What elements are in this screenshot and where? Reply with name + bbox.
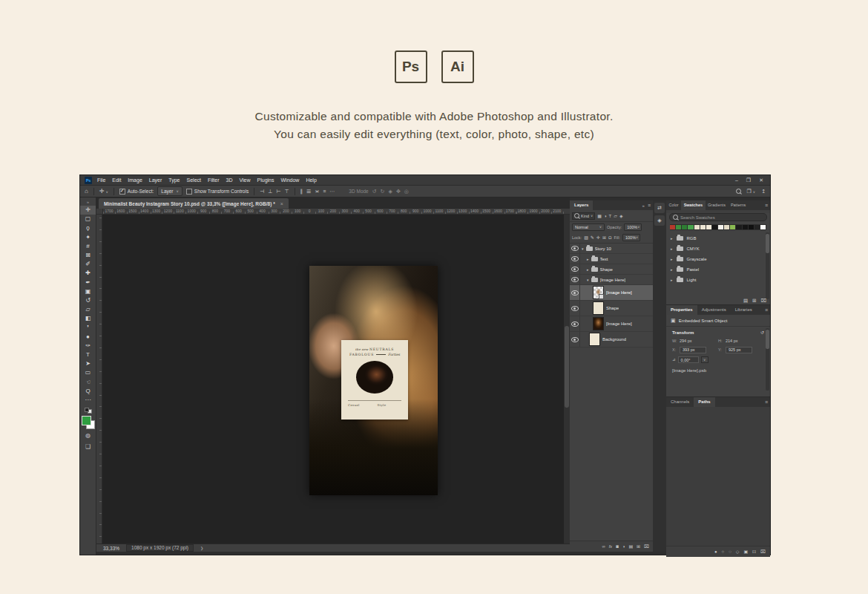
visibility-toggle[interactable]: [570, 332, 580, 347]
share-icon[interactable]: [761, 189, 766, 194]
angle-input[interactable]: 0,00°: [678, 356, 699, 363]
lock-artboard-icon[interactable]: [602, 235, 606, 240]
visibility-toggle[interactable]: [570, 244, 580, 253]
status-chevron-icon[interactable]: [200, 546, 203, 551]
color-swatch[interactable]: [670, 224, 676, 230]
reset-transform-icon[interactable]: [760, 330, 764, 335]
color-swatch[interactable]: [760, 224, 766, 230]
search-swatches-input[interactable]: [680, 215, 763, 220]
tool-clone-stamp[interactable]: ▣: [80, 287, 96, 296]
filter-type-icon[interactable]: [609, 214, 612, 218]
layer-row-shape[interactable]: Shape: [570, 301, 653, 316]
expander-closed-icon[interactable]: [671, 236, 673, 241]
color-swatch[interactable]: [718, 224, 724, 230]
menu-3d[interactable]: 3D: [226, 177, 233, 183]
default-colors-icon[interactable]: [85, 408, 92, 414]
document-tab[interactable]: Minimalist Beauty Instagram Story 10.psd…: [99, 198, 289, 209]
layer-style-icon[interactable]: [609, 544, 612, 549]
tool-brush[interactable]: ✒: [80, 278, 96, 287]
expander-closed-icon[interactable]: [671, 267, 673, 272]
visibility-toggle[interactable]: [570, 316, 580, 331]
gradients-panel-tab[interactable]: Gradients: [706, 200, 729, 210]
tool-edit-toolbar[interactable]: ⋯: [80, 396, 96, 405]
adjustments-panel-tab[interactable]: Adjustments: [697, 305, 731, 315]
tool-spot-healing-brush[interactable]: ✚: [80, 269, 96, 278]
active-tool-indicator[interactable]: [99, 189, 108, 195]
properties-scrollbar[interactable]: [766, 328, 769, 391]
close-button[interactable]: [759, 177, 763, 183]
panel-menu-icon[interactable]: [765, 307, 768, 313]
color-swatch[interactable]: [676, 224, 682, 230]
artboard-photo[interactable]: the new NEUTRALS FABOLOUSForties Casual …: [309, 266, 438, 495]
collapse-toolbar-icon[interactable]: [80, 198, 96, 206]
new-group-icon[interactable]: [628, 544, 633, 549]
color-swatch[interactable]: [749, 224, 754, 230]
align-left-edges-icon[interactable]: [260, 189, 264, 194]
workspace-switcher[interactable]: [747, 189, 756, 195]
properties-panel-tab[interactable]: Properties: [666, 305, 697, 315]
fill-dropdown[interactable]: 100%: [622, 234, 640, 241]
menu-edit[interactable]: Edit: [112, 177, 121, 183]
home-icon[interactable]: [85, 189, 88, 195]
tool-eyedropper[interactable]: ✐: [80, 260, 96, 269]
blend-mode-dropdown[interactable]: Normal: [572, 223, 605, 231]
filter-kind-dropdown[interactable]: Kind: [572, 212, 595, 220]
expander-open-icon[interactable]: [587, 277, 589, 282]
swatch-group-light[interactable]: Light: [666, 275, 770, 285]
add-mask-icon[interactable]: [743, 549, 748, 554]
delete-swatch-icon[interactable]: [761, 298, 767, 304]
tool-crop[interactable]: #: [80, 242, 96, 251]
minimize-button[interactable]: [735, 177, 738, 183]
menu-type[interactable]: Type: [168, 177, 180, 183]
new-swatch-group-icon[interactable]: [743, 298, 748, 304]
new-swatch-icon[interactable]: [752, 298, 756, 304]
3d-roll-icon[interactable]: [381, 189, 385, 194]
search-icon[interactable]: [736, 189, 741, 194]
color-swatch[interactable]: [724, 224, 730, 230]
new-layer-icon[interactable]: [637, 544, 640, 549]
tool-rectangle[interactable]: ▭: [80, 368, 96, 377]
auto-select-checkbox[interactable]: Auto-Select:: [119, 189, 154, 195]
selection-from-path-icon[interactable]: [736, 549, 740, 554]
filter-shape-icon[interactable]: [614, 214, 617, 218]
distribute-spacing-icon[interactable]: [323, 189, 326, 194]
tool-pen[interactable]: ✑: [80, 342, 96, 350]
scrollbar-thumb[interactable]: [766, 330, 769, 349]
delete-layer-icon[interactable]: [644, 544, 649, 549]
expander-closed-icon[interactable]: [587, 267, 589, 272]
filter-image-icon[interactable]: [597, 214, 602, 218]
align-vertical-centers-icon[interactable]: [268, 189, 272, 194]
color-swatch[interactable]: [688, 224, 694, 230]
expander-open-icon[interactable]: [582, 246, 584, 251]
menu-help[interactable]: Help: [306, 177, 316, 183]
path-as-selection-icon[interactable]: [729, 549, 731, 554]
show-transform-checkbox[interactable]: Show Transform Controls: [186, 189, 249, 195]
expander-closed-icon[interactable]: [671, 278, 673, 282]
paths-panel-tab[interactable]: Paths: [694, 397, 714, 407]
3d-zoom-icon[interactable]: [404, 189, 409, 194]
tool-hand[interactable]: ☜: [80, 378, 96, 387]
delete-path-icon[interactable]: [760, 549, 766, 554]
distribute-horizontal-icon[interactable]: [300, 189, 303, 194]
menu-plugins[interactable]: Plugins: [257, 177, 274, 183]
collapsed-history-panel-icon[interactable]: [654, 203, 665, 213]
swatch-group-rgb[interactable]: RGB: [666, 233, 770, 244]
visibility-toggle[interactable]: [570, 285, 580, 300]
link-layers-icon[interactable]: [602, 544, 605, 549]
swatches-scrollbar[interactable]: [766, 232, 769, 299]
align-right-edges-icon[interactable]: [276, 189, 280, 194]
expander-closed-icon[interactable]: [587, 256, 589, 261]
tool-rectangular-marquee[interactable]: ▢: [80, 215, 96, 223]
tool-path-selection[interactable]: ➤: [80, 359, 96, 368]
patterns-panel-tab[interactable]: Patterns: [728, 200, 748, 210]
libraries-panel-tab[interactable]: Libraries: [731, 305, 757, 315]
tool-object-selection[interactable]: ✦: [80, 233, 96, 242]
menu-file[interactable]: File: [97, 177, 105, 183]
scrollbar-thumb[interactable]: [766, 234, 769, 253]
distribute-centers-icon[interactable]: [315, 189, 319, 194]
swatch-group-pastel[interactable]: Pastel: [666, 264, 770, 275]
visibility-toggle[interactable]: [570, 264, 580, 274]
lock-transparency-icon[interactable]: [584, 235, 588, 240]
visibility-toggle[interactable]: [570, 301, 580, 316]
angle-dropdown[interactable]: [701, 356, 708, 363]
